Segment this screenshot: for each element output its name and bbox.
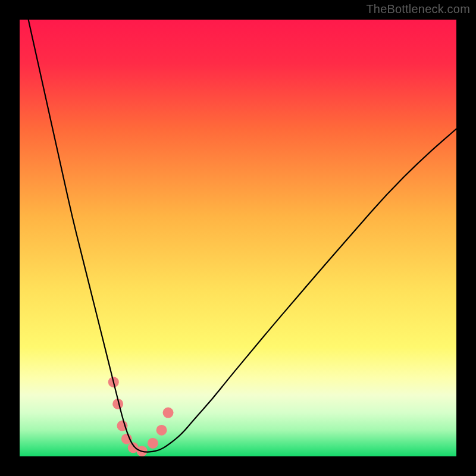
- gradient-background: [20, 20, 456, 456]
- highlight-dot: [163, 408, 174, 418]
- chart-frame: TheBottleneck.com: [0, 0, 476, 476]
- chart-svg: [20, 20, 456, 456]
- plot-area: [20, 20, 456, 456]
- watermark-text: TheBottleneck.com: [366, 2, 470, 16]
- highlight-dot: [148, 438, 158, 449]
- highlight-dot: [156, 425, 167, 436]
